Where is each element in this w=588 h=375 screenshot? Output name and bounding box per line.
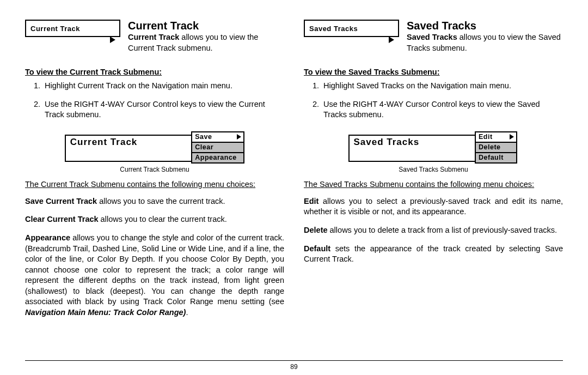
choice-bold: Clear Current Track	[25, 215, 99, 223]
section-heading: Saved Tracks	[407, 20, 563, 32]
submenu-item-label: Default	[479, 154, 504, 161]
menu-button-label: Current Track	[30, 25, 80, 33]
submenu-item-label: Appearance	[195, 154, 237, 161]
submenu-item-default: Default	[475, 152, 517, 164]
menu-choices-heading: The Saved Tracks Submenu contains the fo…	[304, 180, 563, 189]
submenu-item-appearance: Appearance	[191, 152, 244, 164]
choice-clear: Clear Current Track allows you to clear …	[25, 214, 284, 225]
section-heading: Current Track	[128, 20, 284, 32]
choice-text: allows you to change the style and color…	[25, 233, 284, 306]
submenu-item-save: Save	[191, 131, 244, 143]
submenu-side-list: Save Clear Appearance	[193, 131, 245, 164]
submenu-item-label: Edit	[479, 133, 493, 141]
menu-choices-heading: The Current Track Submenu contains the f…	[25, 180, 284, 189]
choice-bold: Delete	[304, 226, 328, 234]
procedure-heading: To view the Saved Tracks Submenu:	[304, 68, 563, 76]
submenu-main-box: Current Track	[65, 135, 193, 162]
submenu-item-label: Clear	[195, 143, 213, 151]
choice-text: sets the appearance of the track created…	[304, 244, 563, 264]
right-arrow-icon	[237, 134, 241, 140]
choice-default: Default sets the appearance of the track…	[304, 244, 563, 265]
current-track-menu-button: Current Track	[25, 20, 120, 37]
figure-caption: Current Track Submenu	[25, 166, 284, 173]
step-item: Highlight Saved Tracks on the Navigation…	[321, 81, 563, 92]
procedure-heading: To view the Current Track Submenu:	[25, 68, 284, 76]
intro-text: Saved Tracks allows you to view the Save…	[407, 32, 563, 53]
left-column: Current Track Current Track Current Trac…	[25, 20, 284, 352]
right-column: Saved Tracks Saved Tracks Saved Tracks a…	[304, 20, 563, 352]
submenu-wrap: Current Track Save Clear Appearance	[65, 131, 245, 164]
step-item: Use the RIGHT 4-WAY Cursor Control keys …	[42, 99, 284, 120]
submenu-item-delete: Delete	[475, 142, 517, 153]
saved-tracks-menu-button: Saved Tracks	[304, 20, 399, 37]
step-item: Use the RIGHT 4-WAY Cursor Control keys …	[321, 99, 563, 120]
submenu-item-clear: Clear	[191, 142, 244, 153]
choice-italic-ref: Navigation Main Menu: Track Color Range)	[25, 308, 186, 317]
choice-appearance: Appearance allows you to change the styl…	[25, 233, 284, 318]
choice-text: allows you to delete a track from a list…	[328, 226, 557, 234]
submenu-figure: Saved Tracks Edit Delete Default	[304, 131, 563, 164]
intro-bold: Saved Tracks	[407, 33, 457, 41]
step-item: Highlight Current Track on the Navigatio…	[42, 81, 284, 92]
choice-bold: Appearance	[25, 233, 70, 242]
right-top-row: Saved Tracks Saved Tracks Saved Tracks a…	[304, 20, 563, 53]
right-heading-block: Saved Tracks Saved Tracks allows you to …	[407, 20, 563, 53]
right-arrow-icon	[510, 134, 514, 140]
choice-bold: Save Current Track	[25, 197, 97, 205]
submenu-item-edit: Edit	[475, 131, 517, 143]
menu-button-label: Saved Tracks	[309, 25, 358, 33]
choice-save: Save Current Track allows you to save th…	[25, 196, 284, 207]
left-heading-block: Current Track Current Track allows you t…	[128, 20, 284, 53]
procedure-steps: Highlight Saved Tracks on the Navigation…	[304, 81, 563, 128]
choice-end: .	[186, 308, 188, 317]
left-top-row: Current Track Current Track Current Trac…	[25, 20, 284, 53]
choice-delete: Delete allows you to delete a track from…	[304, 225, 563, 236]
page-columns: Current Track Current Track Current Trac…	[25, 20, 563, 352]
choice-text: allows you to save the current track.	[97, 197, 225, 205]
page-number: 89	[0, 363, 588, 371]
intro-bold: Current Track	[128, 33, 179, 41]
intro-text: Current Track allows you to view the Cur…	[128, 32, 284, 53]
choice-text: allows you to clear the current track.	[99, 215, 227, 223]
submenu-main-box: Saved Tracks	[348, 135, 476, 162]
footer-rule	[25, 360, 563, 361]
submenu-side-list: Edit Delete Default	[476, 131, 519, 164]
right-arrow-icon	[110, 37, 115, 43]
choice-text: allows you to select a previously-saved …	[304, 197, 563, 216]
submenu-figure: Current Track Save Clear Appearance	[25, 131, 284, 164]
submenu-wrap: Saved Tracks Edit Delete Default	[348, 131, 519, 164]
choice-edit: Edit allows you to select a previously-s…	[304, 196, 563, 217]
figure-caption: Saved Tracks Submenu	[304, 166, 563, 173]
submenu-item-label: Delete	[479, 143, 501, 151]
choice-bold: Edit	[304, 197, 318, 205]
choice-bold: Default	[304, 244, 330, 253]
procedure-steps: Highlight Current Track on the Navigatio…	[25, 81, 284, 128]
right-arrow-icon	[389, 37, 394, 43]
submenu-item-label: Save	[195, 133, 212, 141]
